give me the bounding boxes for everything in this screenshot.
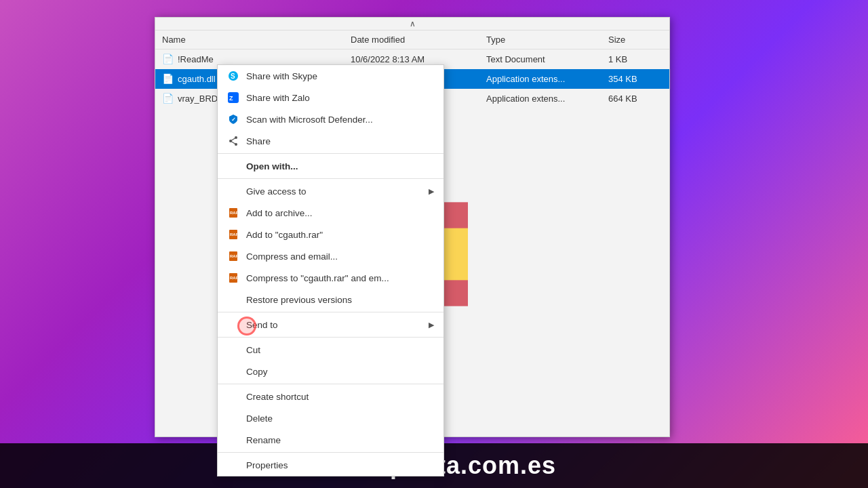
menu-item-give-access[interactable]: Give access to▶ [218, 180, 443, 202]
col-header-type[interactable]: Type [481, 30, 603, 49]
file-icon: 📄 [162, 93, 174, 104]
no-icon [227, 319, 239, 331]
menu-item-share[interactable]: Share [218, 130, 443, 152]
no-icon [227, 293, 239, 306]
no-icon [227, 390, 239, 403]
file-icon: 📄 [162, 73, 174, 84]
svg-text:RAR: RAR [230, 254, 239, 258]
menu-item-scan-defender[interactable]: ✓Scan with Microsoft Defender... [218, 108, 443, 130]
menu-label: Compress to "cgauth.rar" and em... [246, 273, 389, 283]
menu-label: Rename [246, 435, 281, 445]
menu-item-send-to[interactable]: Send to▶ [218, 314, 443, 336]
svg-text:RAR: RAR [230, 211, 239, 215]
rar-icon: RAR [227, 250, 239, 262]
menu-label: Share with Skype [246, 71, 317, 81]
skype-icon: S [227, 70, 239, 82]
menu-label: Create shortcut [246, 392, 309, 402]
rar-icon: RAR [227, 207, 239, 219]
table-header: Name Date modified Type Size [155, 30, 669, 49]
menu-divider [218, 384, 443, 384]
sort-arrow: ∧ [155, 18, 669, 30]
menu-divider [218, 312, 443, 312]
menu-label: Share [246, 136, 271, 146]
submenu-arrow: ▶ [429, 321, 434, 329]
menu-item-share-skype[interactable]: SShare with Skype [218, 65, 443, 87]
file-icon: 📄 [162, 54, 174, 64]
file-type: Application extens... [481, 89, 603, 108]
no-icon [227, 185, 239, 197]
menu-divider [218, 337, 443, 338]
menu-divider [218, 178, 443, 179]
no-icon [227, 365, 239, 378]
menu-item-copy[interactable]: Copy [218, 361, 443, 382]
no-icon [227, 412, 239, 424]
file-size: 1 KB [603, 50, 657, 68]
menu-label: Cut [246, 345, 260, 355]
menu-label: Properties [246, 460, 288, 470]
menu-item-share-zalo[interactable]: ZShare with Zalo [218, 87, 443, 108]
svg-text:Z: Z [229, 95, 233, 102]
menu-item-restore-versions[interactable]: Restore previous versions [218, 289, 443, 310]
svg-text:✓: ✓ [231, 117, 236, 123]
rar-icon: RAR [227, 228, 239, 241]
file-size: 664 KB [603, 89, 657, 108]
menu-label: Add to archive... [246, 208, 313, 218]
no-icon [227, 459, 239, 471]
menu-label: Give access to [246, 186, 307, 197]
no-icon [227, 434, 239, 446]
menu-label: Scan with Microsoft Defender... [246, 115, 373, 125]
menu-item-add-cgauth-rar[interactable]: RARAdd to "cgauth.rar" [218, 224, 443, 245]
defender-icon: ✓ [227, 113, 239, 125]
menu-item-create-shortcut[interactable]: Create shortcut [218, 386, 443, 407]
menu-item-compress-cgauth-email[interactable]: RARCompress to "cgauth.rar" and em... [218, 267, 443, 289]
file-size: 354 KB [603, 70, 657, 88]
svg-line-8 [231, 138, 236, 141]
menu-item-cut[interactable]: Cut [218, 339, 443, 361]
svg-text:RAR: RAR [230, 232, 239, 237]
menu-label: Copy [246, 367, 268, 377]
menu-divider [218, 153, 443, 154]
menu-item-properties[interactable]: Properties [218, 454, 443, 476]
file-type: Text Document [481, 50, 603, 68]
menu-item-rename[interactable]: Rename [218, 429, 443, 451]
svg-line-9 [231, 141, 236, 144]
submenu-arrow: ▶ [429, 187, 434, 196]
zalo-icon: Z [227, 92, 239, 104]
context-menu: SShare with SkypeZShare with Zalo✓Scan w… [217, 64, 444, 476]
menu-label: Compress and email... [246, 251, 338, 262]
menu-divider [218, 452, 443, 453]
col-header-size[interactable]: Size [603, 30, 657, 49]
menu-item-open-with[interactable]: Open with... [218, 155, 443, 177]
menu-label: Open with... [246, 161, 298, 171]
menu-label: Send to [246, 320, 278, 330]
no-icon [227, 160, 239, 172]
file-name: !ReadMe [178, 54, 214, 64]
file-type: Application extens... [481, 70, 603, 88]
menu-label: Delete [246, 413, 273, 424]
col-header-name[interactable]: Name [155, 30, 345, 49]
rar-icon: RAR [227, 272, 239, 284]
menu-label: Share with Zalo [246, 93, 310, 103]
col-header-date[interactable]: Date modified [345, 30, 481, 49]
file-name: cgauth.dll [178, 74, 216, 84]
menu-item-add-archive[interactable]: RARAdd to archive... [218, 202, 443, 224]
svg-text:S: S [231, 73, 235, 80]
no-icon [227, 344, 239, 356]
svg-text:RAR: RAR [230, 276, 239, 280]
menu-label: Restore previous versions [246, 295, 352, 305]
menu-item-compress-email[interactable]: RARCompress and email... [218, 245, 443, 267]
menu-item-delete[interactable]: Delete [218, 407, 443, 429]
file-name: vray_BRD [178, 94, 218, 104]
share-icon [227, 135, 239, 147]
menu-label: Add to "cgauth.rar" [246, 230, 323, 240]
